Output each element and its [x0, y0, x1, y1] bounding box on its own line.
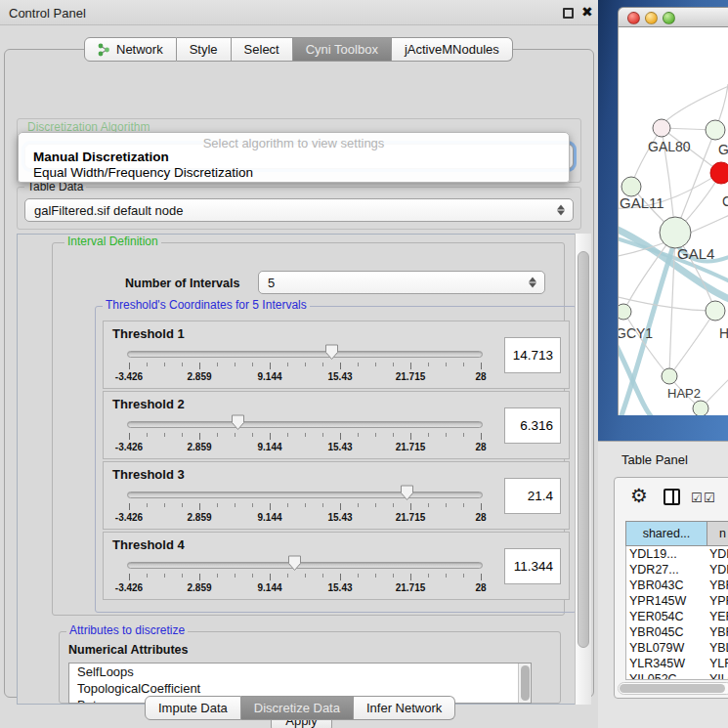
tab-label: Style: [190, 42, 218, 57]
column-header-name[interactable]: n: [707, 521, 728, 546]
tick-mark: [199, 433, 200, 440]
tab-network[interactable]: Network: [84, 37, 177, 62]
attribute-item[interactable]: TopologicalCoefficient: [69, 680, 531, 697]
table-row[interactable]: YER054CYER0: [626, 609, 728, 624]
tab-select[interactable]: Select: [232, 37, 293, 62]
mac-close-button[interactable]: [627, 12, 640, 24]
cell-name: YBL0: [707, 640, 728, 656]
tick-mark: [481, 433, 482, 440]
tab-label: Cyni Toolbox: [306, 42, 378, 57]
close-icon[interactable]: ✖: [581, 4, 593, 20]
tick-mark: [481, 363, 482, 369]
tick-label: 9.144: [257, 371, 281, 382]
threshold-slider-thumb[interactable]: [400, 485, 414, 501]
tick-label: 21.715: [396, 582, 426, 593]
threshold-value-field[interactable]: 6.316: [504, 407, 561, 444]
vertical-scrollbar-thumb[interactable]: [578, 251, 589, 648]
network-node-gal4[interactable]: [660, 217, 691, 248]
edge-thin[interactable]: [669, 311, 715, 376]
number-of-intervals-combobox[interactable]: 5: [258, 271, 545, 294]
checkbox-icon[interactable]: ☑: [691, 491, 703, 505]
threshold-slider-thumb[interactable]: [231, 414, 245, 431]
network-node-h[interactable]: [706, 301, 725, 321]
network-canvas[interactable]: GAL80GACGAL11GAL4GCY1HHAP2: [618, 27, 728, 415]
threshold-slider-track[interactable]: [127, 492, 483, 498]
dropdown-item-equal-width-frequency[interactable]: Equal Width/Frequency Discretization: [21, 165, 568, 182]
table-data-combobox[interactable]: galFiltered.sif default node: [24, 198, 574, 222]
column-header-shared[interactable]: shared...: [625, 521, 707, 546]
settings-scroll-area: Number of Intervals 5 Threshold 1 14.713…: [17, 234, 591, 705]
gear-icon[interactable]: ⚙: [630, 484, 648, 507]
table-row[interactable]: YDL19...YDL1: [626, 546, 728, 562]
attribute-item[interactable]: SelfLoops: [69, 664, 531, 680]
node-label: GAL4: [677, 245, 714, 262]
tick-mark: [305, 433, 306, 437]
edge-thin[interactable]: [623, 312, 669, 376]
tab-jactivemnodules[interactable]: jActiveMNodules: [392, 37, 513, 62]
network-node[interactable]: [693, 401, 708, 415]
tick-label: 9.144: [257, 512, 281, 523]
tab-style[interactable]: Style: [177, 37, 232, 62]
threshold-slider-track[interactable]: [127, 351, 483, 358]
checkbox-icon[interactable]: ☑: [704, 491, 715, 505]
tick-mark: [375, 363, 376, 366]
horizontal-scrollbar[interactable]: [618, 682, 728, 695]
tick-mark: [164, 574, 165, 578]
threshold-slider-thumb[interactable]: [324, 344, 339, 361]
threshold-slider-thumb[interactable]: [287, 555, 302, 572]
threshold-value-field[interactable]: 11.344: [504, 548, 561, 584]
tick-label: 15.43: [327, 442, 352, 452]
tick-mark: [287, 433, 288, 437]
table-row[interactable]: YBR045CYBR0: [626, 624, 728, 640]
network-node-hap2[interactable]: [662, 368, 677, 384]
mac-zoom-button[interactable]: [663, 12, 675, 24]
bottom-tab-impute-data[interactable]: Impute Data: [145, 696, 241, 720]
bottom-tab-infer-network[interactable]: Infer Network: [354, 696, 455, 720]
tick-mark: [129, 363, 130, 369]
control-panel-tabs: NetworkStyleSelectCyni ToolboxjActiveMNo…: [84, 37, 513, 62]
network-node-gcy1[interactable]: [619, 304, 631, 320]
threshold-slider-track[interactable]: [127, 421, 483, 428]
table-row[interactable]: YBR043CYBR0: [626, 578, 728, 593]
tick-label: 9.144: [257, 442, 281, 452]
mac-minimize-button[interactable]: [645, 12, 658, 24]
network-node-c[interactable]: [710, 162, 728, 184]
tick-mark: [322, 503, 323, 507]
edge-thin[interactable]: [664, 86, 728, 123]
cell-shared-name: YDL19...: [626, 546, 707, 562]
table-panel-box: ⚙ ☑ ☑ shared... n YDL19...YDL1YDR27...YD…: [614, 477, 728, 699]
tick-mark: [340, 363, 341, 369]
vertical-scrollbar[interactable]: [575, 234, 591, 705]
table-row[interactable]: YIL052CYIL0: [626, 671, 728, 680]
threshold-slider-track[interactable]: [127, 562, 483, 569]
tick-label: 28: [475, 442, 486, 452]
bottom-tab-discretize-data[interactable]: Discretize Data: [241, 696, 354, 720]
tick-mark: [375, 574, 376, 578]
tick-mark: [358, 503, 359, 507]
float-window-icon[interactable]: [563, 8, 574, 19]
edge-thin[interactable]: [619, 296, 713, 311]
network-node-ga[interactable]: [706, 120, 725, 140]
cell-name: YLR3: [707, 656, 728, 671]
threshold-value-field[interactable]: 21.4: [504, 478, 561, 514]
tick-label: -3.426: [115, 512, 143, 523]
tick-mark: [358, 433, 359, 437]
tick-label: 2.859: [187, 442, 211, 452]
tick-mark: [393, 503, 394, 507]
network-node-gal11[interactable]: [621, 177, 641, 196]
network-node-gal80[interactable]: [653, 119, 670, 137]
dropdown-item-manual-discretization[interactable]: Manual Discretization: [21, 150, 568, 166]
tick-mark: [446, 433, 447, 437]
threshold-value-field[interactable]: 14.713: [504, 337, 561, 373]
tick-mark: [147, 433, 148, 437]
attributes-list-scrollbar[interactable]: [518, 664, 531, 703]
table-row[interactable]: YDR27...YDR2: [626, 562, 728, 578]
columns-icon[interactable]: [664, 489, 680, 505]
tab-cyni-toolbox[interactable]: Cyni Toolbox: [293, 37, 392, 62]
table-row[interactable]: YBL079WYBL0: [626, 640, 728, 656]
tick-mark: [428, 574, 429, 578]
tick-mark: [305, 363, 306, 366]
table-row[interactable]: YPR145WYPR1: [626, 593, 728, 609]
table-row[interactable]: YLR345WYLR3: [626, 656, 728, 671]
tick-mark: [358, 363, 359, 366]
